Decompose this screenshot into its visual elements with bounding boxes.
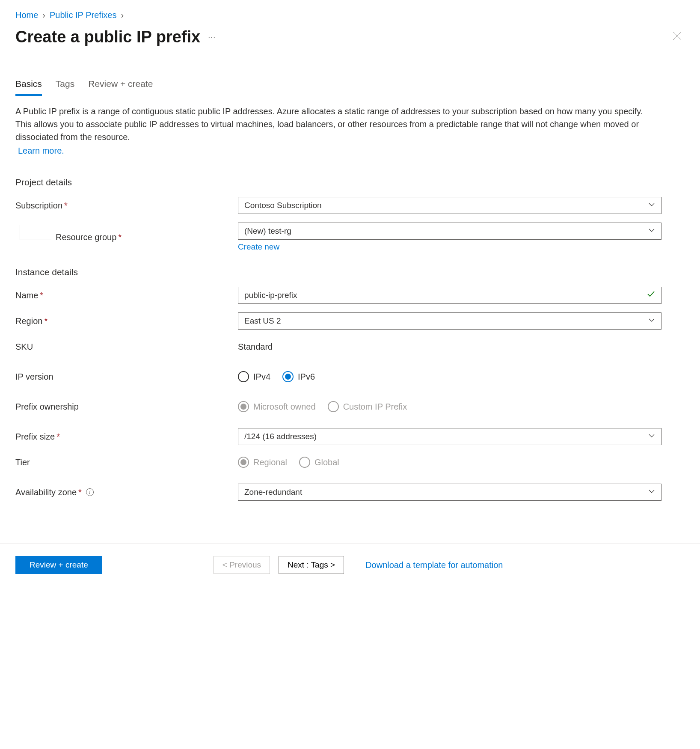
download-template-link[interactable]: Download a template for automation [365, 560, 503, 570]
radio-disabled-selected-icon [238, 457, 249, 468]
custom-ip-prefix-label: Custom IP Prefix [343, 402, 407, 412]
resource-group-label: Resource group [56, 232, 116, 242]
tier-regional-radio: Regional [238, 457, 287, 468]
more-menu-icon[interactable]: ··· [208, 33, 216, 42]
tab-review[interactable]: Review + create [88, 76, 153, 96]
subscription-value: Contoso Subscription [244, 201, 322, 210]
region-value: East US 2 [244, 316, 281, 326]
tab-bar: Basics Tags Review + create [15, 76, 666, 96]
availability-zone-label: Availability zone [15, 487, 77, 497]
name-value: public-ip-prefix [244, 291, 297, 300]
required-star: * [40, 291, 43, 300]
name-input[interactable]: public-ip-prefix [238, 287, 661, 304]
ownership-microsoft-radio: Microsoft owned [238, 401, 316, 412]
tier-global-radio: Global [299, 457, 339, 468]
regional-label: Regional [253, 458, 287, 467]
resource-group-select[interactable]: (New) test-rg [238, 223, 661, 240]
sku-label: SKU [15, 342, 33, 352]
close-icon[interactable] [670, 29, 685, 46]
prefix-size-value: /124 (16 addresses) [244, 432, 317, 441]
ipv4-label: IPv4 [253, 372, 270, 382]
project-details-heading: Project details [15, 177, 666, 187]
prefix-ownership-label: Prefix ownership [15, 402, 79, 412]
chevron-down-icon [648, 432, 655, 441]
region-label: Region [15, 316, 42, 326]
required-star: * [44, 316, 47, 326]
tab-basics[interactable]: Basics [15, 76, 42, 96]
chevron-right-icon: › [42, 10, 45, 20]
prefix-size-select[interactable]: /124 (16 addresses) [238, 428, 661, 445]
check-icon [647, 290, 655, 301]
review-create-button[interactable]: Review + create [15, 556, 102, 574]
radio-selected-icon [282, 371, 294, 382]
radio-disabled-icon [328, 401, 339, 412]
radio-disabled-icon [299, 457, 310, 468]
required-star: * [64, 201, 68, 211]
info-icon[interactable]: i [86, 488, 94, 496]
ip-version-ipv4-radio[interactable]: IPv4 [238, 371, 270, 382]
microsoft-owned-label: Microsoft owned [253, 402, 316, 412]
resource-group-value: (New) test-rg [244, 226, 291, 236]
ipv6-label: IPv6 [298, 372, 315, 382]
chevron-down-icon [648, 487, 655, 497]
global-label: Global [314, 458, 339, 467]
subscription-label: Subscription [15, 201, 62, 211]
next-button[interactable]: Next : Tags > [279, 556, 344, 574]
chevron-right-icon: › [121, 10, 124, 20]
chevron-down-icon [648, 316, 655, 326]
prefix-size-label: Prefix size [15, 432, 55, 442]
footer-bar: Review + create < Previous Next : Tags >… [0, 544, 700, 586]
learn-more-link[interactable]: Learn more. [18, 146, 64, 156]
availability-zone-value: Zone-redundant [244, 487, 302, 497]
page-title: Create a public IP prefix [15, 28, 200, 46]
tab-tags[interactable]: Tags [56, 76, 74, 96]
breadcrumb: Home › Public IP Prefixes › [15, 10, 685, 20]
chevron-down-icon [648, 201, 655, 210]
required-star: * [56, 432, 60, 442]
radio-icon [238, 371, 249, 382]
ip-version-ipv6-radio[interactable]: IPv6 [282, 371, 315, 382]
chevron-down-icon [648, 226, 655, 236]
tier-label: Tier [15, 458, 30, 467]
breadcrumb-home[interactable]: Home [15, 10, 38, 20]
description-text: A Public IP prefix is a range of contigu… [15, 105, 649, 143]
create-new-link[interactable]: Create new [238, 242, 279, 252]
ip-version-label: IP version [15, 372, 53, 382]
region-select[interactable]: East US 2 [238, 312, 661, 330]
radio-disabled-selected-icon [238, 401, 249, 412]
previous-button: < Previous [214, 556, 270, 574]
required-star: * [78, 487, 82, 497]
ownership-custom-radio: Custom IP Prefix [328, 401, 407, 412]
availability-zone-select[interactable]: Zone-redundant [238, 484, 661, 501]
name-label: Name [15, 291, 38, 300]
subscription-select[interactable]: Contoso Subscription [238, 197, 661, 214]
instance-details-heading: Instance details [15, 267, 666, 277]
breadcrumb-public-ip-prefixes[interactable]: Public IP Prefixes [50, 10, 116, 20]
sku-value: Standard [238, 342, 273, 351]
required-star: * [118, 232, 122, 242]
